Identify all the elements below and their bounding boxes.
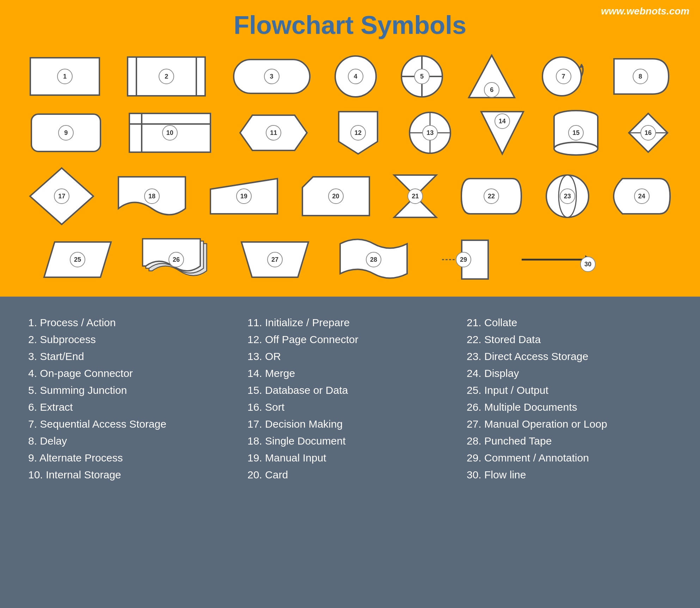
label-3: 3 [264, 69, 280, 84]
label-26: 26 [168, 252, 184, 267]
symbol-17: 17 [28, 166, 95, 226]
label-11: 11 [266, 125, 281, 141]
symbol-2: 2 [124, 55, 209, 98]
symbol-19: 19 [209, 177, 279, 216]
symbol-5: 5 [401, 55, 443, 98]
label-28: 28 [366, 252, 381, 267]
label-30: 30 [580, 256, 596, 272]
symbol-9: 9 [31, 113, 101, 152]
legend-col3: 21. Collate 22. Stored Data 23. Direct A… [467, 314, 672, 483]
symbol-6: 6 [467, 54, 516, 99]
label-18: 18 [144, 188, 160, 204]
legend-item-10: 10. Internal Storage [28, 466, 233, 483]
label-7: 7 [556, 69, 571, 84]
label-27: 27 [267, 252, 283, 267]
symbol-14: 14 [479, 110, 525, 156]
symbol-7: 7 [541, 54, 587, 99]
legend-item-8: 8. Delay [28, 433, 233, 449]
legend-item-13: 13. OR [247, 348, 453, 365]
label-23: 23 [560, 188, 575, 204]
label-8: 8 [633, 69, 648, 84]
symbol-4: 4 [334, 55, 377, 98]
symbol-1: 1 [30, 57, 100, 96]
legend-item-7: 7. Sequential Access Storage [28, 416, 233, 433]
website-url: www.webnots.com [601, 6, 689, 17]
label-20: 20 [328, 188, 344, 204]
symbol-29: 29 [437, 238, 490, 281]
legend-item-20: 20. Card [247, 466, 453, 483]
legend-item-21: 21. Collate [467, 314, 672, 331]
page-title: Flowchart Symbols [14, 11, 686, 39]
label-5: 5 [414, 69, 430, 84]
symbol-22: 22 [460, 177, 523, 216]
legend-item-17: 17. Decision Making [247, 416, 453, 433]
symbols-row-2: 9 10 11 [21, 110, 679, 156]
legend-item-11: 11. Initialize / Prepare [247, 314, 453, 331]
symbols-row-3: 17 18 19 [21, 166, 679, 226]
label-14: 14 [495, 113, 510, 129]
legend-item-30: 30. Flow line [467, 466, 672, 483]
symbol-25: 25 [42, 240, 113, 279]
label-24: 24 [634, 188, 650, 204]
label-4: 4 [348, 69, 363, 84]
symbol-16: 16 [627, 112, 669, 154]
symbol-21: 21 [392, 173, 438, 219]
label-16: 16 [640, 125, 656, 141]
main-container: www.webnots.com Flowchart Symbols 1 [0, 0, 700, 608]
symbol-30: 30 [518, 249, 596, 270]
legend-item-27: 27. Manual Operation or Loop [467, 416, 672, 433]
legend-item-14: 14. Merge [247, 365, 453, 382]
legend-item-12: 12. Off Page Connector [247, 331, 453, 348]
legend-item-15: 15. Database or Data [247, 382, 453, 399]
bottom-section: 1. Process / Action 2. Subprocess 3. Sta… [0, 297, 700, 608]
legend-item-6: 6. Extract [28, 399, 233, 416]
label-10: 10 [162, 125, 178, 141]
symbols-row-1: 1 2 3 [21, 54, 679, 99]
label-13: 13 [422, 125, 438, 141]
symbol-27: 27 [240, 240, 310, 279]
legend-item-24: 24. Display [467, 365, 672, 382]
label-1: 1 [57, 69, 73, 84]
symbol-3: 3 [233, 59, 311, 94]
svg-point-19 [554, 142, 598, 155]
legend-item-18: 18. Single Document [247, 433, 453, 449]
symbol-20: 20 [301, 175, 371, 217]
legend-col2: 11. Initialize / Prepare 12. Off Page Co… [247, 314, 453, 483]
legend-item-25: 25. Input / Output [467, 382, 672, 399]
legend-item-5: 5. Summing Junction [28, 382, 233, 399]
symbol-28: 28 [338, 238, 409, 281]
legend-item-28: 28. Punched Tape [467, 433, 672, 449]
symbol-23: 23 [545, 173, 590, 219]
symbol-10: 10 [128, 112, 212, 154]
legend-item-2: 2. Subprocess [28, 331, 233, 348]
legend-item-1: 1. Process / Action [28, 314, 233, 331]
label-29: 29 [456, 252, 471, 267]
symbols-grid: 1 2 3 [14, 54, 686, 283]
legend-item-29: 29. Comment / Annotation [467, 449, 672, 466]
symbol-13: 13 [407, 110, 453, 156]
label-22: 22 [484, 188, 499, 204]
legend-item-4: 4. On-page Connector [28, 365, 233, 382]
symbols-row-4: 25 26 27 [21, 237, 679, 283]
symbol-8: 8 [610, 57, 670, 96]
legend-grid: 1. Process / Action 2. Subprocess 3. Sta… [28, 314, 672, 483]
legend-item-22: 22. Stored Data [467, 331, 672, 348]
legend-item-9: 9. Alternate Process [28, 449, 233, 466]
top-section: www.webnots.com Flowchart Symbols 1 [0, 0, 700, 297]
legend-col1: 1. Process / Action 2. Subprocess 3. Sta… [28, 314, 233, 483]
symbol-11: 11 [238, 113, 309, 152]
symbol-24: 24 [612, 177, 672, 216]
legend-item-3: 3. Start/End [28, 348, 233, 365]
legend-item-19: 19. Manual Input [247, 449, 453, 466]
symbol-15: 15 [551, 110, 601, 156]
symbol-12: 12 [335, 110, 381, 156]
label-25: 25 [70, 252, 85, 267]
legend-item-23: 23. Direct Access Storage [467, 348, 672, 365]
label-12: 12 [350, 125, 366, 141]
label-9: 9 [58, 125, 74, 141]
label-15: 15 [568, 125, 584, 141]
symbol-26: 26 [141, 237, 211, 283]
label-19: 19 [236, 188, 252, 204]
legend-item-26: 26. Multiple Documents [467, 399, 672, 416]
legend-item-16: 16. Sort [247, 399, 453, 416]
